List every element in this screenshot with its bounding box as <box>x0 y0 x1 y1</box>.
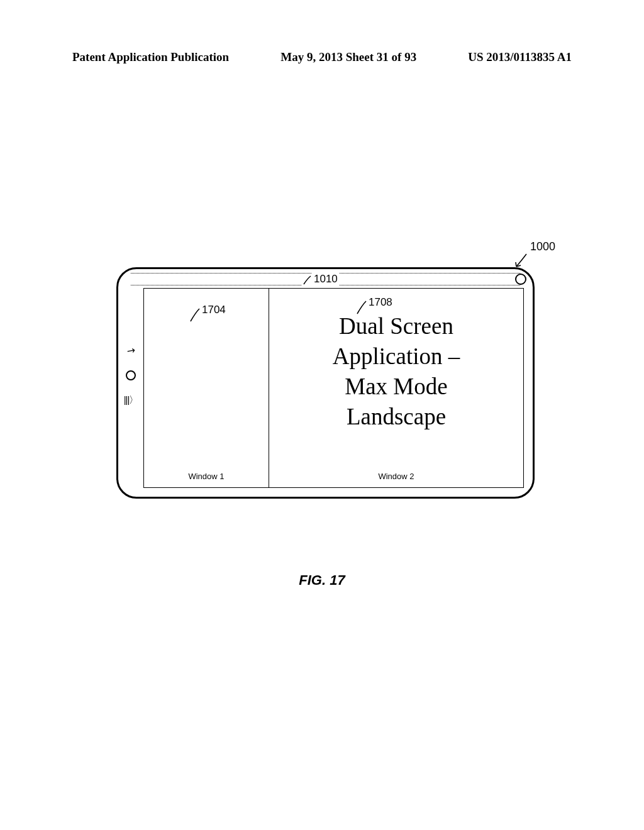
window-1: 1704 Window 1 <box>144 289 269 487</box>
window-2: 1708 Dual Screen Application – Max Mode … <box>269 289 523 487</box>
reference-label-1704: 1704 <box>202 304 226 316</box>
window-1-label: Window 1 <box>144 472 269 481</box>
camera-icon <box>515 274 526 285</box>
menu-bars-icon: |||〉 <box>124 394 138 406</box>
back-arrow-icon: ↗ <box>124 343 138 358</box>
home-circle-icon <box>126 370 136 380</box>
window-2-label: Window 2 <box>269 472 523 481</box>
lead-line-1704-icon <box>188 307 202 324</box>
header-left: Patent Application Publication <box>72 50 229 64</box>
screen-area: 1704 Window 1 1708 Dual Screen Applicati… <box>143 288 524 488</box>
device-controls: ↗ |||〉 <box>123 345 138 406</box>
page-header: Patent Application Publication May 9, 20… <box>72 50 572 64</box>
window-2-content: Dual Screen Application – Max Mode Lands… <box>333 311 460 432</box>
header-right: US 2013/0113835 A1 <box>468 50 572 64</box>
figure-caption: FIG. 17 <box>0 572 644 589</box>
content-line-3: Max Mode <box>333 372 460 402</box>
lead-line-1708-icon <box>355 300 369 316</box>
content-line-2: Application – <box>333 341 460 372</box>
content-line-1: Dual Screen <box>333 311 460 341</box>
reference-label-1010: 1010 <box>312 273 340 285</box>
device-frame: 1010 ↗ |||〉 1704 Window 1 <box>116 267 535 499</box>
reference-label-1000: 1000 <box>530 240 555 253</box>
header-center: May 9, 2013 Sheet 31 of 93 <box>229 50 468 64</box>
content-line-4: Landscape <box>333 402 460 432</box>
figure-area: 1000 1010 ↗ |||〉 1704 <box>116 239 538 499</box>
reference-label-1708: 1708 <box>369 296 392 309</box>
patent-page: Patent Application Publication May 9, 20… <box>0 0 644 830</box>
